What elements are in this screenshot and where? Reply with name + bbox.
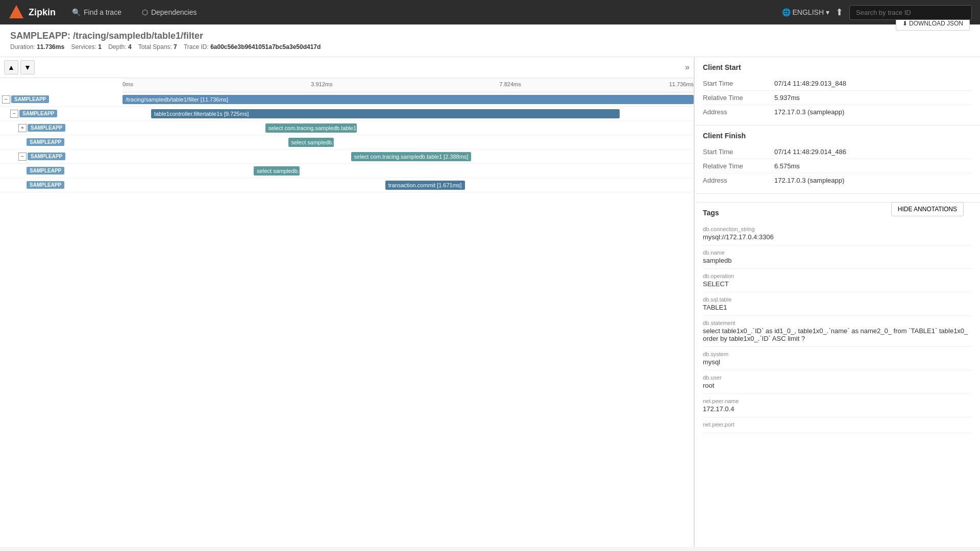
client-finish-title: Client Finish xyxy=(703,132,972,140)
table-row: SAMPLEAPP transaction.commit [1.671ms] xyxy=(0,178,694,192)
language-label: ENGLISH xyxy=(793,8,824,16)
tag-value: root xyxy=(703,382,972,389)
table-row: − SAMPLEAPP table1controller.filtertable… xyxy=(0,107,694,121)
relative-time-value: 5.937ms xyxy=(774,94,800,102)
tag-key: db.name xyxy=(703,249,972,256)
page-header: SAMPLEAPP: /tracing/sampledb/table1/filt… xyxy=(0,24,980,57)
client-start-title: Client Start xyxy=(703,63,972,71)
finish-address-key: Address xyxy=(703,177,774,184)
total-spans-label: Total Spans: xyxy=(138,43,172,51)
page-title-prefix: SAMPLEAPP: xyxy=(10,31,70,41)
header-right: 🌐 ENGLISH ▾ ⬆ xyxy=(782,5,972,20)
chevron-down-icon: ▾ xyxy=(826,8,829,16)
find-trace-nav[interactable]: 🔍 Find a trace xyxy=(68,6,126,18)
span-bar-2[interactable]: table1controller.filtertable1s [9.725ms] xyxy=(151,109,620,118)
service-badge[interactable]: SAMPLEAPP xyxy=(11,95,49,103)
span-toggle-2[interactable]: − xyxy=(10,110,18,118)
address-key: Address xyxy=(703,108,774,116)
client-start-relative-time-row: Relative Time 5.937ms xyxy=(703,91,972,105)
tag-db-operation: db.operation SELECT xyxy=(703,269,972,292)
span-label-area: − SAMPLEAPP xyxy=(0,110,122,118)
tag-key: db.system xyxy=(703,351,972,357)
page-title-path: /tracing/sampledb/table1/filter xyxy=(73,31,203,41)
tag-value: 172.17.0.4 xyxy=(703,405,972,413)
trace-id-value: 6a00c56e3b9641051a7bc5a3e50d417d xyxy=(210,43,321,51)
tag-key: db.connection_string xyxy=(703,226,972,232)
tag-value: sampledb xyxy=(703,257,972,264)
finish-relative-time-value: 6.575ms xyxy=(774,162,800,170)
span-bar-area: table1controller.filtertable1s [9.725ms] xyxy=(122,107,694,120)
tag-key: db.user xyxy=(703,374,972,381)
tag-db-statement: db.statement select table1x0_.`ID` as id… xyxy=(703,316,972,347)
table-row: SAMPLEAPP select sampledb.table1 [541μs] xyxy=(0,135,694,149)
span-bar-6[interactable]: select sampledb.table1 [638μs] xyxy=(254,166,300,176)
tag-db-system: db.system mysql xyxy=(703,347,972,370)
logo-area: Zipkin xyxy=(8,4,56,20)
services-value: 1 xyxy=(98,43,102,51)
finish-address-value: 172.17.0.3 (sampleapp) xyxy=(774,177,844,184)
duration-label: Duration: xyxy=(10,43,35,51)
tag-db-user: db.user root xyxy=(703,370,972,394)
tag-key: net.peer.name xyxy=(703,398,972,404)
span-bar-4[interactable]: select sampledb.table1 [541μs] xyxy=(288,138,334,147)
logo-text: Zipkin xyxy=(29,7,56,18)
service-badge[interactable]: SAMPLEAPP xyxy=(19,110,57,117)
language-icon: 🌐 xyxy=(782,8,791,16)
upload-icon[interactable]: ⬆ xyxy=(836,7,843,18)
trace-id-label: Trace ID: xyxy=(184,43,209,51)
table-row: SAMPLEAPP select sampledb.table1 [638μs] xyxy=(0,164,694,178)
span-toggle-3[interactable]: + xyxy=(18,124,27,132)
service-badge[interactable]: SAMPLEAPP xyxy=(28,153,65,160)
address-value: 172.17.0.3 (sampleapp) xyxy=(774,108,844,116)
tag-net-peer-name: net.peer.name 172.17.0.4 xyxy=(703,394,972,417)
trace-panel: ▲ ▼ » 0ms 3.912ms 7.824ms 11.736ms − SAM… xyxy=(0,57,694,547)
dependencies-nav[interactable]: ⬡ Dependencies xyxy=(138,6,201,18)
time-marker-0: 0ms xyxy=(122,81,133,87)
tag-key: db.operation xyxy=(703,273,972,279)
language-selector[interactable]: 🌐 ENGLISH ▾ xyxy=(782,8,829,16)
page-title: SAMPLEAPP: /tracing/sampledb/table1/filt… xyxy=(10,31,203,41)
span-bar-3[interactable]: select com.tracing.sampledb.table1 [1.31… xyxy=(265,123,357,133)
service-badge[interactable]: SAMPLEAPP xyxy=(27,181,64,189)
main-content: ▲ ▼ » 0ms 3.912ms 7.824ms 11.736ms − SAM… xyxy=(0,57,980,547)
tag-db-connection-string: db.connection_string mysql://172.17.0.4:… xyxy=(703,222,972,245)
service-badge[interactable]: SAMPLEAPP xyxy=(27,167,64,174)
total-spans-value: 7 xyxy=(174,43,177,51)
client-start-start-time-row: Start Time 07/14 11:48:29.013_848 xyxy=(703,77,972,91)
tag-key: net.peer.port xyxy=(703,421,972,428)
table-row: − SAMPLEAPP select com.tracing.sampledb.… xyxy=(0,149,694,164)
span-bar-area: select com.tracing.sampledb.table1 [1.31… xyxy=(122,121,694,135)
span-bar-area: select com.tracing.sampledb.table1 [2.38… xyxy=(122,149,694,163)
span-toggle-5[interactable]: − xyxy=(18,153,27,161)
service-badge[interactable]: SAMPLEAPP xyxy=(27,138,64,146)
client-start-section: Client Start Start Time 07/14 11:48:29.0… xyxy=(695,57,980,126)
span-bar-1[interactable]: /tracing/sampledb/table1/filter [11.736m… xyxy=(122,95,694,104)
finish-start-time-value: 07/14 11:48:29.014_486 xyxy=(774,148,846,156)
tag-value: select table1x0_.`ID` as id1_0_, table1x… xyxy=(703,327,972,342)
span-label-area: SAMPLEAPP xyxy=(0,167,122,174)
tags-section: Tags db.connection_string mysql://172.17… xyxy=(695,203,980,439)
service-badge[interactable]: SAMPLEAPP xyxy=(28,124,65,132)
collapse-up-button[interactable]: ▲ xyxy=(4,60,18,74)
zipkin-logo-icon xyxy=(8,4,24,20)
span-bar-area: /tracing/sampledb/table1/filter [11.736m… xyxy=(122,92,694,106)
span-bar-5[interactable]: select com.tracing.sampledb.table1 [2.38… xyxy=(351,152,471,161)
dependencies-nav-icon: ⬡ xyxy=(142,8,148,16)
tag-net-peer-port: net.peer.port xyxy=(703,417,972,433)
search-nav-icon: 🔍 xyxy=(72,8,81,16)
expand-panel-icon[interactable]: » xyxy=(685,63,690,72)
depth-value: 4 xyxy=(128,43,132,51)
trace-search-input[interactable] xyxy=(849,5,972,20)
span-toggle-1[interactable]: − xyxy=(2,95,10,104)
tag-db-name: db.name sampledb xyxy=(703,245,972,269)
spans-container: − SAMPLEAPP /tracing/sampledb/table1/fil… xyxy=(0,92,694,192)
span-bar-7[interactable]: transaction.commit [1.671ms] xyxy=(385,181,465,190)
client-start-address-row: Address 172.17.0.3 (sampleapp) xyxy=(703,105,972,119)
time-marker-3: 11.736ms xyxy=(669,81,694,87)
dependencies-label: Dependencies xyxy=(151,8,197,16)
start-time-key: Start Time xyxy=(703,80,774,87)
collapse-down-button[interactable]: ▼ xyxy=(20,60,35,74)
hide-annotations-button[interactable]: HIDE ANNOTATIONS xyxy=(891,202,964,216)
span-label-area: − SAMPLEAPP xyxy=(0,153,122,161)
tag-value: TABLE1 xyxy=(703,304,972,311)
